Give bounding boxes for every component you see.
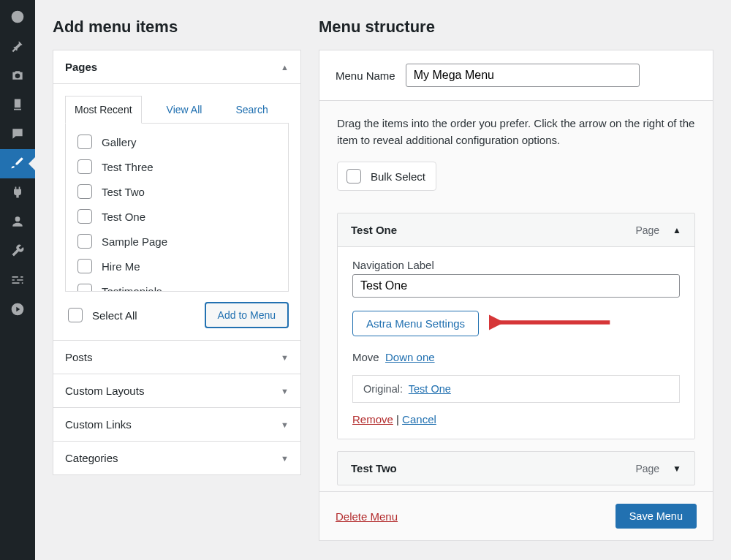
camera-icon xyxy=(10,68,25,85)
menu-item-title: Test One xyxy=(351,224,397,236)
sidebar-comments[interactable] xyxy=(0,120,35,149)
sidebar-dashboard[interactable] xyxy=(0,3,35,32)
tab-search[interactable]: Search xyxy=(227,97,276,123)
delete-menu-link[interactable]: Delete Menu xyxy=(336,510,398,523)
sidebar-tools[interactable] xyxy=(0,237,35,266)
original-prefix: Original: xyxy=(363,383,403,395)
accordion-custom-layouts[interactable]: Custom Layouts ▼ xyxy=(53,374,300,408)
page-item[interactable]: Test Two xyxy=(70,179,284,204)
nav-label-input[interactable] xyxy=(352,274,680,298)
separator: | xyxy=(396,413,402,425)
page-label: Gallery xyxy=(102,136,137,148)
heading-add-items: Add menu items xyxy=(53,18,301,37)
accordion-pages[interactable]: Pages ▲ xyxy=(53,50,300,84)
remove-link[interactable]: Remove xyxy=(352,413,393,425)
save-menu-button[interactable]: Save Menu xyxy=(616,504,697,529)
page-label: Test Three xyxy=(102,161,154,173)
comment-icon xyxy=(10,126,25,143)
sidebar-plugins[interactable] xyxy=(0,178,35,208)
accordion-custom-layouts-label: Custom Layouts xyxy=(65,385,144,397)
page-item[interactable]: Test Three xyxy=(70,154,284,179)
chevron-down-icon: ▼ xyxy=(281,420,289,429)
page-checkbox[interactable] xyxy=(77,135,92,149)
bulk-select-checkbox[interactable] xyxy=(346,169,361,183)
chevron-down-icon: ▼ xyxy=(281,387,289,396)
move-prefix: Move xyxy=(352,351,379,363)
add-to-menu-button[interactable]: Add to Menu xyxy=(205,302,289,328)
page-label: Hire Me xyxy=(102,260,140,273)
page-item[interactable]: Hire Me xyxy=(70,254,284,279)
chevron-down-icon: ▼ xyxy=(673,463,681,474)
sidebar-pages[interactable] xyxy=(0,91,35,120)
select-all-checkbox[interactable] xyxy=(68,308,83,322)
chevron-down-icon: ▼ xyxy=(281,353,289,362)
page-item[interactable]: Sample Page xyxy=(70,229,284,254)
bulk-select-toggle[interactable]: Bulk Select xyxy=(337,162,436,191)
bulk-select-label: Bulk Select xyxy=(371,170,425,183)
accordion-posts-label: Posts xyxy=(65,351,93,363)
accordion-pages-label: Pages xyxy=(65,61,97,73)
pages-tabs: Most Recent View All Search xyxy=(65,96,289,124)
menu-frame: Menu Name Drag the items into the order … xyxy=(319,50,713,541)
page-item[interactable]: Test One xyxy=(70,204,284,229)
menu-body: Drag the items into the order you prefer… xyxy=(319,101,713,491)
help-text: Drag the items into the order you prefer… xyxy=(337,116,695,148)
menu-item-head[interactable]: Test One Page ▲ xyxy=(338,213,694,246)
menu-item-test-one: Test One Page ▲ Navigation Label xyxy=(337,213,695,439)
remove-row: Remove | Cancel xyxy=(352,413,680,425)
tab-most-recent[interactable]: Most Recent xyxy=(65,96,142,124)
accordion-categories-label: Categories xyxy=(65,452,118,464)
sidebar-pin[interactable] xyxy=(0,32,35,61)
menu-item-body: Navigation Label Astra Menu Settings xyxy=(338,246,694,439)
menu-name-input[interactable] xyxy=(406,64,640,87)
accordion-custom-links[interactable]: Custom Links ▼ xyxy=(53,408,300,442)
sidebar-appearance[interactable] xyxy=(0,149,35,178)
move-down-link[interactable]: Down one xyxy=(385,351,435,363)
page-label: Testimonials xyxy=(102,285,162,292)
chevron-down-icon: ▼ xyxy=(281,454,289,463)
accordion-posts[interactable]: Posts ▼ xyxy=(53,341,300,374)
sidebar-settings[interactable] xyxy=(0,266,35,295)
sidebar-collapse[interactable] xyxy=(0,295,35,325)
wrench-icon xyxy=(10,243,25,260)
page-checkbox[interactable] xyxy=(77,284,92,292)
select-all-text: Select All xyxy=(92,309,137,322)
accordion-pages-body: Most Recent View All Search Gallery Test… xyxy=(53,84,300,341)
page-checkbox[interactable] xyxy=(77,209,92,224)
annotation-arrow-icon xyxy=(489,313,613,334)
page-checkbox[interactable] xyxy=(77,259,92,273)
pages-checklist[interactable]: Gallery Test Three Test Two Test One Sam… xyxy=(65,124,289,292)
original-link[interactable]: Test One xyxy=(409,383,451,395)
accordion-categories[interactable]: Categories ▼ xyxy=(53,442,300,474)
page-checkbox[interactable] xyxy=(77,159,92,174)
page-item[interactable]: Testimonials xyxy=(70,279,284,292)
menu-item-type: Page xyxy=(635,463,659,474)
nav-label: Navigation Label xyxy=(352,259,680,271)
page-item[interactable]: Gallery xyxy=(70,129,284,154)
menu-name-label: Menu Name xyxy=(336,69,395,82)
original-box: Original: Test One xyxy=(352,375,680,403)
sliders-icon xyxy=(10,273,25,290)
pages-icon xyxy=(10,97,25,114)
collapse-icon xyxy=(10,302,25,319)
menu-footer: Delete Menu Save Menu xyxy=(319,491,713,540)
admin-sidebar xyxy=(0,0,35,560)
sidebar-camera[interactable] xyxy=(0,61,35,91)
tab-view-all[interactable]: View All xyxy=(158,97,211,123)
move-row: Move Down one xyxy=(352,351,680,363)
page-label: Test Two xyxy=(102,186,145,198)
menu-item-head[interactable]: Test Two Page ▼ xyxy=(338,452,694,485)
plug-icon xyxy=(10,185,25,202)
page-checkbox[interactable] xyxy=(77,184,92,199)
dashboard-icon xyxy=(10,10,25,26)
select-all-label[interactable]: Select All xyxy=(65,306,137,325)
brush-icon xyxy=(10,156,25,173)
sidebar-users[interactable] xyxy=(0,208,35,237)
cancel-link[interactable]: Cancel xyxy=(402,413,436,425)
menu-item-test-two: Test Two Page ▼ xyxy=(337,451,695,485)
page-checkbox[interactable] xyxy=(77,234,92,249)
chevron-up-icon: ▲ xyxy=(673,225,681,235)
user-icon xyxy=(10,214,25,231)
page-label: Sample Page xyxy=(102,235,167,248)
astra-menu-settings-button[interactable]: Astra Menu Settings xyxy=(352,311,479,336)
